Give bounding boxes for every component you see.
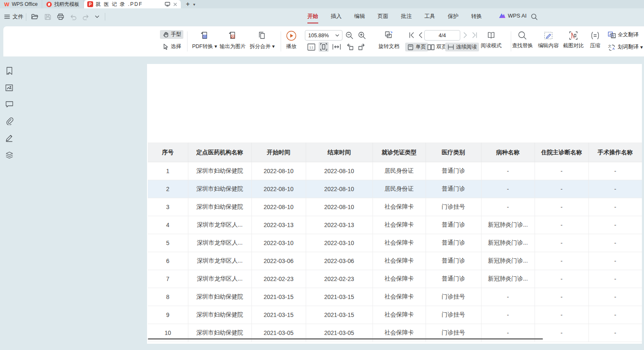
zoom-level-select[interactable]: 105.88% <box>305 30 342 41</box>
table-cell: 普通门诊 <box>426 180 481 198</box>
tab-label: 就 医 记 录 .PDF <box>96 1 162 8</box>
table-cell: 2022-03-06 <box>306 252 373 270</box>
table-header-cell: 住院主诊断名称 <box>535 143 588 162</box>
table-cell: 2021-03-15 <box>306 306 373 324</box>
redo-icon[interactable] <box>82 14 89 20</box>
menu-item-3[interactable]: 页面 <box>378 13 388 23</box>
last-page-icon[interactable] <box>471 32 478 38</box>
qa-chevron-down-icon[interactable] <box>95 15 99 18</box>
table-cell: 社会保障卡 <box>373 270 426 288</box>
table-cell: 2022-08-10 <box>251 198 306 216</box>
menu-item-0[interactable]: 开始 <box>307 13 318 23</box>
menu-item-7[interactable]: 转换 <box>471 13 482 23</box>
edit-content-icon <box>543 31 554 41</box>
page-indicator-value: 4/4 <box>439 33 446 38</box>
menu-item-6[interactable]: 保护 <box>448 13 459 23</box>
first-page-icon[interactable] <box>408 32 415 38</box>
wps-ai-button[interactable]: WPS AI <box>499 13 527 19</box>
table-cell: 深圳市龙华区人... <box>188 252 251 270</box>
table-cell: 居民身份证 <box>373 162 426 180</box>
table-cell: 门诊挂号 <box>426 306 481 324</box>
svg-text:1:1: 1:1 <box>309 46 314 49</box>
menu-item-4[interactable]: 批注 <box>401 13 412 23</box>
table-cell: 新冠肺炎门诊... <box>481 270 535 288</box>
previous-page-icon[interactable] <box>418 32 423 38</box>
table-cell: 2022-08-10 <box>251 180 306 198</box>
close-tab-icon[interactable] <box>173 2 177 7</box>
table-cell: - <box>588 324 642 342</box>
file-menu[interactable]: 文件 <box>4 13 23 20</box>
thumbnails-icon[interactable] <box>5 84 13 92</box>
next-page-icon[interactable] <box>463 32 468 38</box>
rotate-left-icon[interactable] <box>346 43 354 51</box>
fit-width-icon[interactable] <box>332 43 341 50</box>
wps-ai-icon <box>499 13 506 19</box>
open-file-icon[interactable] <box>31 13 39 20</box>
attachments-icon[interactable] <box>5 117 13 125</box>
table-cell: 新冠肺炎门诊... <box>481 234 535 252</box>
continuous-reading-button[interactable]: 连续阅读 <box>445 43 479 51</box>
fit-page-icon <box>319 43 328 51</box>
word-translate-button[interactable]: 文 A 划词翻译 ▾ <box>606 43 644 51</box>
screenshot-compare-button[interactable]: 截图对比 <box>563 31 584 49</box>
split-merge-button[interactable]: 拆分合并 ▾ <box>250 31 275 50</box>
tab-list-chevron-icon[interactable]: ▾ <box>193 2 195 7</box>
undo-icon[interactable] <box>70 14 77 20</box>
single-page-button[interactable]: 单页 <box>405 43 428 51</box>
full-translate-button[interactable]: A 文 全文翻译 <box>606 31 641 39</box>
split-merge-icon <box>257 31 268 41</box>
tab-docer-templates[interactable]: 找稻壳模板 <box>42 0 84 8</box>
pdf-convert-button[interactable]: W PDF转换 ▾ <box>192 31 217 50</box>
compress-button[interactable]: 压缩 <box>590 31 601 49</box>
table-row: 8深圳市妇幼保健院2021-03-152021-03-15社会保障卡门诊挂号--… <box>148 288 642 306</box>
signature-icon[interactable] <box>5 134 14 142</box>
zoom-out-icon[interactable] <box>345 31 354 40</box>
new-tab-button[interactable]: + <box>186 1 190 8</box>
page-indicator-input[interactable]: 4/4 <box>424 30 460 41</box>
monitor-icon[interactable] <box>165 2 170 7</box>
wps-logo-icon: W <box>4 1 9 8</box>
bookmark-icon[interactable] <box>5 66 13 75</box>
global-search-icon[interactable] <box>530 13 538 20</box>
menu-item-1[interactable]: 插入 <box>331 13 342 23</box>
book-icon <box>486 31 497 41</box>
print-icon[interactable] <box>57 13 64 20</box>
fit-page-button[interactable] <box>319 42 329 52</box>
table-cell: - <box>535 270 588 288</box>
table-cell: 2022-08-10 <box>306 180 373 198</box>
actual-size-icon[interactable]: 1:1 <box>307 43 316 51</box>
table-cell: 2021-03-15 <box>251 306 306 324</box>
menu-item-2[interactable]: 编辑 <box>354 13 365 23</box>
tab-wps-office[interactable]: W WPS Office <box>0 0 42 8</box>
tab-medical-record-pdf[interactable]: P 就 医 记 录 .PDF <box>84 0 181 8</box>
menu-item-5[interactable]: 工具 <box>424 13 435 23</box>
table-cell: 5 <box>148 234 188 252</box>
continuous-reading-icon <box>447 44 454 50</box>
play-button[interactable]: 播放 <box>286 30 297 50</box>
table-row: 9深圳市妇幼保健院2021-03-152021-03-15社会保障卡门诊挂号--… <box>148 306 642 324</box>
table-cell: 8 <box>148 288 188 306</box>
edit-content-button[interactable]: 编辑内容 <box>538 31 559 49</box>
table-cell: 门诊挂号 <box>426 198 481 216</box>
rotate-right-icon[interactable] <box>357 43 366 51</box>
read-mode-button[interactable]: 阅读模式 <box>481 31 502 49</box>
layers-icon[interactable] <box>5 151 14 159</box>
screenshot-compare-icon <box>568 31 579 41</box>
tab-label: 找稻壳模板 <box>54 1 79 8</box>
table-cell: 2022-03-10 <box>251 234 306 252</box>
menu-items: 开始插入编辑页面批注工具保护转换 <box>307 13 482 23</box>
save-icon[interactable] <box>44 13 51 20</box>
hamburger-icon <box>4 14 10 19</box>
comments-icon[interactable] <box>5 100 14 108</box>
page-right-gutter <box>642 64 644 344</box>
hand-tool-label: 手型 <box>171 31 181 38</box>
export-image-button[interactable]: 输出为图片 <box>220 31 246 50</box>
wps-ai-label: WPS AI <box>508 13 527 19</box>
hand-tool-button[interactable]: 手型 <box>160 30 183 39</box>
table-cell: 2022-02-23 <box>251 270 306 288</box>
select-tool-button[interactable]: 选择 <box>160 42 183 51</box>
rotate-document-button[interactable]: 旋转文档 <box>378 31 399 50</box>
screenshot-compare-label: 截图对比 <box>563 42 584 49</box>
zoom-in-icon[interactable] <box>357 31 366 40</box>
find-replace-button[interactable]: 查找替换 <box>512 31 533 49</box>
